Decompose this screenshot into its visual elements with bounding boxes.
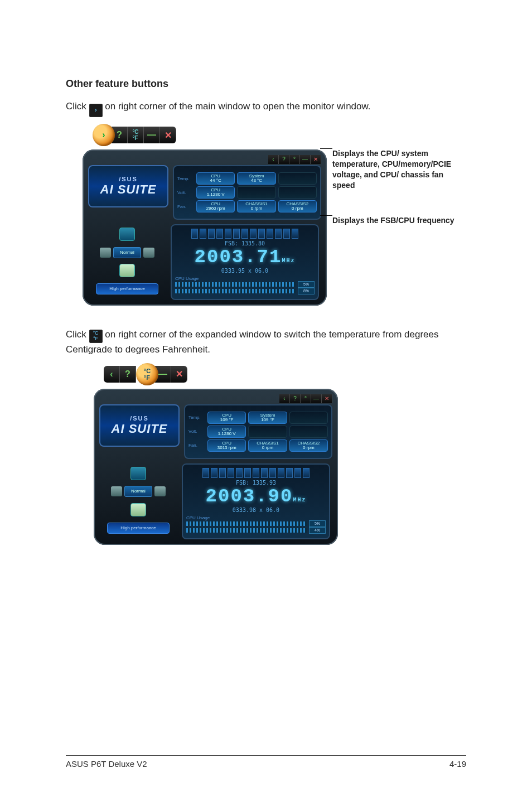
fan-chassis2: CHASSIS20 rpm	[278, 200, 317, 212]
help-button-2[interactable]: ?	[120, 366, 136, 383]
paragraph-2: Click °C°F on right corner of the expand…	[66, 328, 466, 356]
volt-label-2: Volt.	[188, 429, 205, 434]
logo-top-2: /SUS	[130, 415, 149, 422]
fan-cpu-2: CPU3013 rpm	[207, 439, 246, 452]
fsb-value: FSB: 1335.80	[175, 240, 315, 247]
temp-empty-2	[289, 412, 328, 424]
minimize-button[interactable]: —	[144, 127, 160, 143]
close-button-2[interactable]: ✕	[171, 366, 187, 383]
cpu-frequency-2: 2003.90MHz	[186, 486, 326, 507]
mini-close[interactable]: ✕	[311, 155, 321, 164]
frequency-panel: FSB: 1335.80 2003.71MHz 0333.95 x 06.0 C…	[171, 224, 319, 300]
dram-value: 0333.95 x 06.0	[175, 268, 315, 274]
para2-pre: Click	[66, 329, 89, 340]
expand-icon: ›	[89, 104, 103, 117]
fan-label-2: Fan.	[188, 443, 205, 448]
mode-box-2: Normal High performance	[99, 463, 177, 537]
temp-cpu: CPU44 °C	[196, 172, 235, 185]
page-footer: ASUS P6T Deluxe V2 4-19	[66, 755, 466, 769]
mode-label: Normal	[113, 247, 141, 258]
fan-cpu: CPU2960 rpm	[196, 200, 235, 212]
mini-unit-2[interactable]: °	[301, 394, 311, 403]
collapse-button[interactable]: ‹	[104, 366, 120, 383]
para1-pre: Click	[66, 101, 89, 112]
section-heading: Other feature buttons	[66, 78, 466, 90]
temp-label: Temp.	[177, 176, 194, 181]
mini-toolbar: ‹ ? ° — ✕	[88, 155, 321, 164]
temp-cpu-2: CPU109 °F	[207, 412, 246, 424]
sensor-panel-2: Temp. CPU109 °F System109 °F Volt. CPU1.…	[184, 404, 332, 459]
footer-left: ASUS P6T Deluxe V2	[66, 759, 147, 769]
mode-label-2: Normal	[124, 486, 152, 497]
cpu-usage-2: 8%	[298, 288, 315, 294]
temp-system: System43 °C	[237, 172, 275, 185]
mode-prev-2[interactable]	[111, 486, 122, 496]
fsb-value-2: FSB: 1335.93	[186, 480, 326, 486]
cpu-usage-2b: 4%	[309, 527, 326, 534]
temp-unit-icon: °C°F	[89, 330, 103, 343]
monitor-icon-2	[130, 467, 146, 480]
temp-unit-button-2[interactable]: °C°F	[136, 363, 158, 385]
mini-min-2[interactable]: —	[311, 394, 322, 403]
mode-next[interactable]	[143, 248, 154, 258]
mini-help-2[interactable]: ?	[290, 394, 301, 403]
temp-system-2: System109 °F	[248, 412, 287, 424]
mini-unit[interactable]: °	[289, 155, 300, 164]
volt-empty2-2	[289, 426, 328, 438]
close-button[interactable]: ✕	[160, 127, 176, 143]
footer-right: 4-19	[449, 759, 466, 769]
fan-chassis1-2: CHASSIS10 rpm	[248, 439, 287, 452]
mode-next-2[interactable]	[154, 486, 166, 496]
dram-value-2: 0333.98 x 06.0	[186, 507, 326, 513]
volt-label: Volt.	[177, 190, 194, 195]
monitor-icon	[119, 228, 135, 241]
mini-min[interactable]: —	[300, 155, 311, 164]
frequency-panel-2: FSB: 1335.93 2003.90MHz 0333.98 x 06.0 C…	[182, 463, 330, 539]
mode-prev[interactable]	[100, 248, 111, 258]
para1-post: on right corner of the main window to op…	[105, 101, 370, 112]
volt-cpu-2: CPU1.1280 V	[207, 426, 246, 438]
logo-box: /SUS AI SUITE	[88, 165, 168, 207]
volt-empty1-2	[248, 426, 287, 438]
temp-unit-button[interactable]: °C°F	[128, 127, 144, 143]
mini-help[interactable]: ?	[279, 155, 289, 164]
mini-collapse[interactable]: ‹	[268, 155, 279, 164]
high-performance-button[interactable]: High performance	[96, 283, 158, 294]
volt-empty1	[237, 186, 275, 199]
cpu-frequency: 2003.71MHz	[175, 247, 315, 268]
fan-chassis2-2: CHASSIS20 rpm	[289, 439, 328, 452]
para2-post: on right corner of the expanded window t…	[66, 329, 438, 355]
callout-sensors: Displays the CPU/ system temperature, CP…	[332, 148, 466, 210]
volt-empty2	[278, 186, 317, 199]
figure-2: ‹ ? °C°F — ✕ ‹ ? ° — ✕ /SUS AI SUITE	[94, 363, 466, 545]
sensor-panel: Temp. CPU44 °C System43 °C Volt. CPU1.12…	[173, 165, 321, 220]
cpu-usage-label-2: CPU Usage	[186, 515, 326, 520]
cpu-usage-label: CPU Usage	[175, 276, 315, 281]
logo-bottom: AI SUITE	[100, 182, 157, 197]
volt-cpu: CPU1.1280 V	[196, 186, 235, 199]
temp-label-2: Temp.	[188, 415, 205, 420]
callout-frequency: Displays the FSB/CPU frequency	[332, 215, 466, 226]
expand-button[interactable]: ›	[93, 124, 115, 146]
fan-label: Fan.	[177, 204, 194, 209]
mini-close-2[interactable]: ✕	[322, 394, 332, 403]
figure-1: › ? °C°F — ✕ ‹ ? ° — ✕ /SUS AI SUITE	[83, 124, 466, 306]
apply-icon-2[interactable]	[130, 503, 146, 516]
logo-top: /SUS	[119, 176, 138, 182]
cpu-usage-1: 5%	[298, 281, 315, 288]
temp-empty	[278, 172, 317, 185]
fan-chassis1: CHASSIS10 rpm	[237, 200, 275, 212]
titlebar: › ? °C°F — ✕	[93, 124, 327, 146]
paragraph-1: Click › on right corner of the main wind…	[66, 100, 466, 117]
apply-icon[interactable]	[119, 264, 135, 277]
cpu-usage-1b: 5%	[309, 520, 326, 527]
mode-box: Normal High performance	[88, 224, 166, 298]
logo-bottom-2: AI SUITE	[112, 422, 168, 436]
logo-box-2: /SUS AI SUITE	[99, 404, 180, 447]
titlebar-2: ‹ ? °C°F — ✕	[104, 363, 338, 385]
mini-toolbar-2: ‹ ? ° — ✕	[99, 394, 332, 403]
high-performance-button-2[interactable]: High performance	[107, 523, 170, 534]
mini-collapse-2[interactable]: ‹	[279, 394, 290, 403]
